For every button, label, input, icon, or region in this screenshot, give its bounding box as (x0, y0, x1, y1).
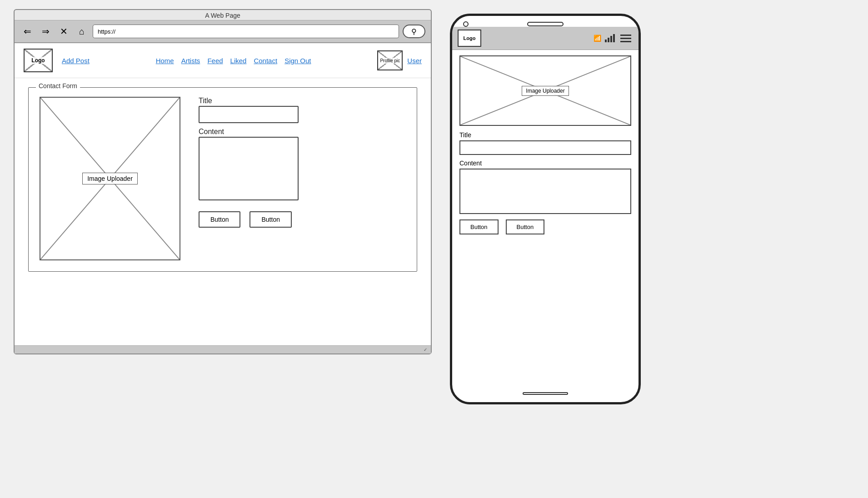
browser-title: A Web Page (15, 10, 431, 20)
title-input[interactable] (199, 106, 299, 123)
mobile-title-label: Title (459, 131, 631, 139)
title-label: Title (199, 97, 406, 105)
signal-bar-1 (605, 40, 607, 42)
mobile-speaker (527, 22, 564, 26)
logo-text: Logo (30, 57, 46, 64)
wifi-icon: 📶 (594, 35, 601, 42)
hamburger-line-1 (620, 35, 631, 36)
content-label: Content (199, 128, 406, 136)
footer-watermark: ✓ (424, 347, 427, 352)
nav-username[interactable]: User (407, 57, 422, 65)
nav-right: Profile pic User (377, 50, 422, 70)
mobile-nav-right: 📶 (594, 33, 633, 44)
form-fields: Title Content Button Button (199, 97, 406, 228)
mobile-content-label: Content (459, 159, 631, 167)
logo: Logo (24, 49, 53, 72)
mobile-device: Logo 📶 Image Uploader (450, 14, 641, 404)
content-textarea[interactable] (199, 137, 299, 200)
mobile-title-input[interactable] (459, 140, 631, 155)
content-field-group: Content (199, 128, 406, 202)
page-nav: Logo Add Post Home Artists Feed Liked Co… (15, 43, 431, 78)
signal-bars (605, 34, 615, 42)
profile-pic: Profile pic (377, 50, 403, 70)
mobile-home-indicator[interactable] (523, 392, 568, 395)
mobile-form-buttons: Button Button (459, 219, 631, 234)
nav-artists[interactable]: Artists (181, 57, 200, 65)
close-button[interactable]: ✕ (56, 24, 71, 39)
nav-feed[interactable]: Feed (207, 57, 223, 65)
nav-signout[interactable]: Sign Out (284, 57, 311, 65)
nav-liked[interactable]: Liked (230, 57, 247, 65)
title-field-group: Title (199, 97, 406, 123)
mobile-button-1[interactable]: Button (459, 219, 499, 234)
profile-pic-label: Profile pic (379, 58, 401, 64)
signal-bar-4 (613, 34, 615, 42)
address-bar[interactable] (93, 25, 399, 38)
hamburger-line-2 (620, 38, 631, 39)
back-button[interactable]: ⇐ (20, 24, 35, 39)
contact-form-label: Contact Form (36, 82, 80, 90)
mobile-content: Image Uploader Title Content Button Butt… (452, 50, 639, 388)
mobile-camera-icon (463, 21, 469, 27)
nav-links: Home Artists Feed Liked Contact Sign Out (97, 57, 370, 65)
contact-form-section: Contact Form Image Uploader Title (28, 87, 417, 272)
mobile-content-textarea[interactable] (459, 169, 631, 214)
browser-toolbar: ⇐ ⇒ ✕ ⌂ ⚲ (15, 20, 431, 43)
mobile-button-2[interactable]: Button (506, 219, 545, 234)
form-button-1[interactable]: Button (199, 211, 240, 228)
mobile-logo: Logo (458, 30, 481, 47)
add-post-link[interactable]: Add Post (62, 57, 90, 65)
signal-bar-2 (608, 38, 609, 42)
browser-page: Logo Add Post Home Artists Feed Liked Co… (15, 43, 431, 345)
mobile-image-uploader-label: Image Uploader (522, 86, 569, 96)
image-uploader[interactable]: Image Uploader (40, 97, 180, 260)
browser-footer: ✓ (15, 345, 431, 354)
mobile-bottom-bar (452, 388, 639, 402)
mobile-top-right (622, 21, 628, 27)
mobile-top-bar (452, 16, 639, 27)
home-button[interactable]: ⌂ (75, 24, 89, 39)
search-button[interactable]: ⚲ (403, 25, 425, 38)
mobile-logo-label: Logo (464, 35, 476, 41)
forward-button[interactable]: ⇒ (38, 24, 53, 39)
form-layout: Image Uploader Title Content Button Butt… (40, 97, 406, 260)
mobile-nav: Logo 📶 (452, 27, 639, 50)
mobile-image-uploader[interactable]: Image Uploader (459, 55, 631, 126)
nav-home[interactable]: Home (156, 57, 174, 65)
form-buttons: Button Button (199, 211, 406, 228)
image-uploader-label: Image Uploader (82, 173, 138, 184)
hamburger-menu[interactable] (619, 33, 633, 44)
hamburger-line-3 (620, 41, 631, 42)
nav-contact[interactable]: Contact (254, 57, 277, 65)
signal-bar-3 (610, 36, 612, 42)
browser-wireframe: A Web Page ⇐ ⇒ ✕ ⌂ ⚲ Logo Add Post Home … (14, 9, 432, 354)
form-button-2[interactable]: Button (249, 211, 291, 228)
